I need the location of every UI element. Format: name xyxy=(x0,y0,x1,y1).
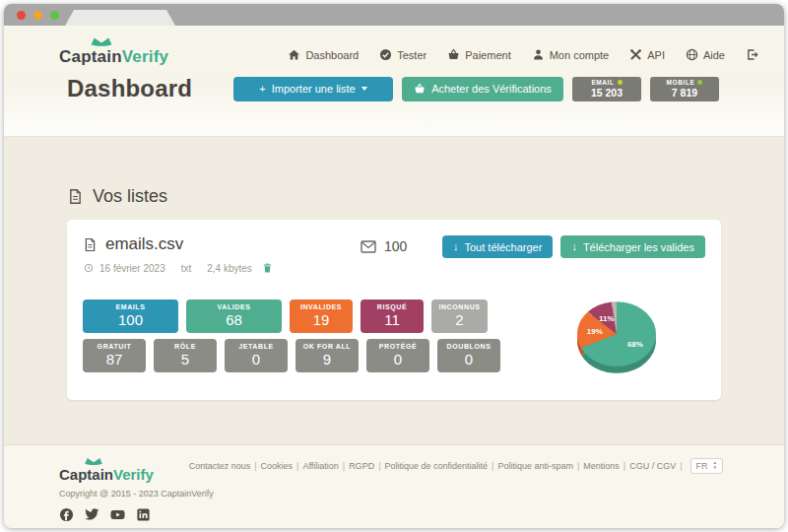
footer-link[interactable]: Politique de confidentialité xyxy=(384,461,497,471)
stat-jetable: JETABLE0 xyxy=(225,339,288,372)
minimize-window-button[interactable] xyxy=(33,11,42,20)
stat-protege: PROTÉGÉ0 xyxy=(366,339,429,372)
footer-link[interactable]: Affiliation xyxy=(302,461,349,471)
logout-button[interactable] xyxy=(746,48,758,61)
file-title: emails.csv xyxy=(83,234,183,254)
envelope-icon xyxy=(361,240,376,253)
basket-icon xyxy=(414,83,426,95)
download-icon: ↓ xyxy=(453,241,459,252)
user-icon xyxy=(532,48,545,61)
email-credits-value: 15 203 xyxy=(591,87,623,99)
stat-invalides: INVALIDES19 xyxy=(290,299,353,333)
file-icon xyxy=(83,236,98,253)
traffic-lights xyxy=(17,11,59,20)
tools-icon xyxy=(629,48,642,61)
download-icon: ↓ xyxy=(571,241,577,252)
email-credits-badge[interactable]: EMAIL 15 203 xyxy=(572,77,641,101)
file-size: 2,4 kbytes xyxy=(207,263,252,274)
zoom-window-button[interactable] xyxy=(50,11,59,20)
stat-ok-for-all: OK FOR ALL9 xyxy=(296,339,359,372)
stat-emails: EMAILS100 xyxy=(83,299,178,333)
pie-chart: 68%19%11% xyxy=(534,283,695,395)
stat-valides: VALIDES68 xyxy=(186,299,282,333)
globe-icon xyxy=(686,48,698,61)
window-titlebar xyxy=(4,4,784,26)
document-icon xyxy=(67,187,84,206)
lists-section-title: Vos listes xyxy=(67,186,717,207)
stats-grid: EMAILS100 VALIDES68 INVALIDES19 RISQUÉ11… xyxy=(83,299,506,372)
stat-doublons: DOUBLONS0 xyxy=(437,339,500,372)
page-header: CaptainVerify Dashboard Tester Paiement xyxy=(4,26,784,136)
footer-link[interactable]: Politique anti-spam xyxy=(497,461,583,471)
main-nav: Dashboard Tester Paiement Mon compte API xyxy=(288,34,758,61)
language-select[interactable]: FR ▲▼ xyxy=(690,458,723,474)
file-type: txt xyxy=(181,263,192,274)
plus-icon: + xyxy=(259,83,265,95)
page-footer: CaptainVerify Copyright @ 2015 - 2023 Ca… xyxy=(4,444,784,528)
header-actions: + Importer une liste Acheter des Vérific… xyxy=(233,77,719,101)
stat-inconnus: INCONNUS2 xyxy=(431,299,488,333)
social-links xyxy=(59,507,721,526)
nav-tester[interactable]: Tester xyxy=(379,48,427,61)
download-buttons: ↓ Tout télécharger ↓ Télécharger les val… xyxy=(442,235,705,258)
twitter-icon[interactable] xyxy=(85,507,99,526)
mobile-credits-badge[interactable]: MOBILE 7 819 xyxy=(650,77,719,101)
close-window-button[interactable] xyxy=(17,11,26,20)
footer-links: Contactez nous Cookies Affiliation RGPD … xyxy=(189,458,723,474)
nav-paiement[interactable]: Paiement xyxy=(447,48,510,61)
info-icon xyxy=(618,80,623,85)
page-title: Dashboard xyxy=(67,75,192,102)
youtube-icon[interactable] xyxy=(110,507,125,526)
stat-role: RÔLE5 xyxy=(154,339,217,372)
basket-icon xyxy=(447,48,460,61)
captainverify-crown-icon xyxy=(89,34,114,47)
pie-label: 11% xyxy=(599,314,615,323)
file-header: emails.csv 16 février 2023 txt 2,4 kbyte… xyxy=(83,233,705,278)
file-meta: 16 février 2023 txt 2,4 kbytes xyxy=(84,262,273,274)
buy-verifications-button[interactable]: Acheter des Vérifications xyxy=(402,77,563,101)
import-list-button[interactable]: + Importer une liste xyxy=(233,77,393,101)
logout-icon xyxy=(746,48,758,61)
check-circle-icon xyxy=(379,48,392,61)
mobile-credits-value: 7 819 xyxy=(672,87,697,99)
nav-api[interactable]: API xyxy=(629,48,665,61)
stat-gratuit: GRATUIT87 xyxy=(83,339,146,372)
download-valid-button[interactable]: ↓ Télécharger les valides xyxy=(560,235,705,258)
file-name: emails.csv xyxy=(105,234,183,254)
nav-mon-compte[interactable]: Mon compte xyxy=(532,48,610,61)
file-date: 16 février 2023 xyxy=(99,263,165,274)
captainverify-crown-icon xyxy=(83,455,104,466)
chevron-down-icon xyxy=(361,87,367,91)
linkedin-icon[interactable] xyxy=(136,507,151,526)
stat-risque: RISQUÉ11 xyxy=(361,299,424,333)
dashboard-header-row: Dashboard + Importer une liste Acheter d… xyxy=(4,67,784,102)
pie-label: 19% xyxy=(587,327,603,336)
select-arrows-icon: ▲▼ xyxy=(713,461,717,471)
home-icon xyxy=(288,48,300,61)
email-count: 100 xyxy=(361,238,407,254)
download-all-button[interactable]: ↓ Tout télécharger xyxy=(442,235,553,258)
stats-row-2: GRATUIT87 RÔLE5 JETABLE0 OK FOR ALL9 PRO… xyxy=(83,339,506,372)
footer-link[interactable]: RGPD xyxy=(349,461,384,471)
logo[interactable]: CaptainVerify xyxy=(59,34,168,67)
footer-link[interactable]: Cookies xyxy=(261,461,303,471)
main-content: Vos listes emails.csv 16 février 2023 tx… xyxy=(4,136,784,444)
logo-text: CaptainVerify xyxy=(59,47,168,67)
browser-tab[interactable] xyxy=(65,10,175,26)
pie-label: 68% xyxy=(627,340,643,349)
footer-link[interactable]: CGU / CGV xyxy=(629,461,686,471)
browser-window: CaptainVerify Dashboard Tester Paiement xyxy=(4,4,784,528)
nav-aide[interactable]: Aide xyxy=(686,48,725,61)
info-icon xyxy=(697,80,702,85)
facebook-icon[interactable] xyxy=(59,507,74,526)
nav-dashboard[interactable]: Dashboard xyxy=(288,48,359,61)
trash-icon[interactable] xyxy=(262,262,273,274)
footer-link[interactable]: Contactez nous xyxy=(189,461,261,471)
list-card: emails.csv 16 février 2023 txt 2,4 kbyte… xyxy=(67,220,721,400)
top-navbar: CaptainVerify Dashboard Tester Paiement xyxy=(4,26,784,67)
footer-link[interactable]: Mentions xyxy=(583,461,629,471)
copyright-text: Copyright @ 2015 - 2023 CaptainVerify xyxy=(59,489,721,499)
clock-icon xyxy=(84,263,94,273)
stats-row-1: EMAILS100 VALIDES68 INVALIDES19 RISQUÉ11… xyxy=(83,299,506,333)
